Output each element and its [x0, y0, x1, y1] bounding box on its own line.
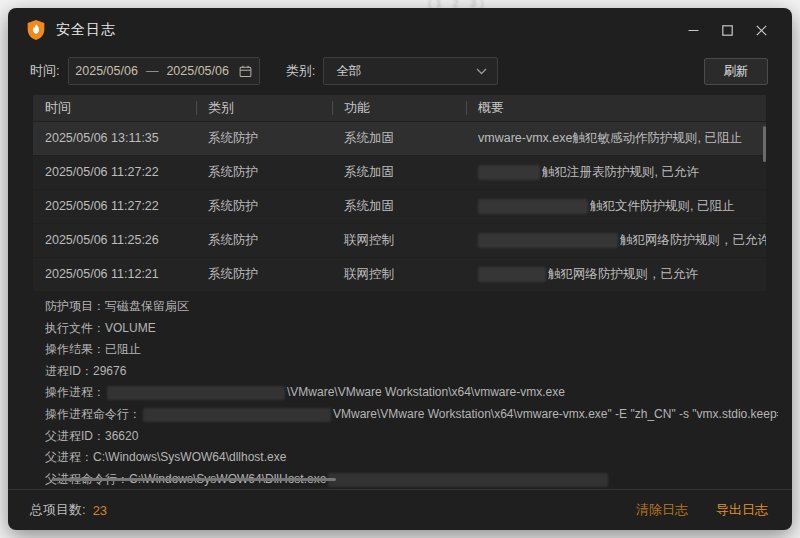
summary-text: 触犯网络防护规则，已允许: [548, 267, 698, 281]
total-count-value: 23: [93, 503, 107, 518]
maximize-button[interactable]: [710, 15, 744, 45]
category-cell: 系统防护: [196, 258, 332, 291]
summary-cell: 触犯网络防护规则，已允许: [466, 258, 766, 291]
detail-label: 进程ID：: [45, 364, 93, 378]
horizontal-scrollbar[interactable]: [52, 478, 336, 481]
function-cell: 系统加固: [332, 190, 466, 223]
column-header-category[interactable]: 类别: [196, 95, 332, 121]
time-filter-label: 时间:: [30, 62, 60, 80]
date-range-picker[interactable]: 2025/05/06 — 2025/05/06: [68, 57, 260, 85]
chevron-down-icon: [476, 68, 487, 75]
table-row[interactable]: 2025/05/06 11:27:22系统防护系统加固触犯注册表防护规则, 已允…: [33, 156, 766, 189]
detail-value: 36620: [105, 429, 138, 443]
detail-value: VOLUME: [105, 321, 156, 335]
summary-cell: vmware-vmx.exe触犯敏感动作防护规则, 已阻止: [466, 122, 766, 155]
detail-label: 执行文件：: [45, 321, 105, 335]
category-cell: 系统防护: [196, 122, 332, 155]
category-cell: 系统防护: [196, 190, 332, 223]
time-cell: 2025/05/06 11:27:22: [33, 190, 196, 223]
detail-line: 进程ID：29676: [45, 361, 778, 383]
function-cell: 联网控制: [332, 224, 466, 257]
date-start: 2025/05/06: [75, 64, 138, 78]
close-button[interactable]: [744, 15, 778, 45]
category-filter-label: 类别:: [286, 62, 316, 80]
window-title: 安全日志: [56, 21, 116, 39]
redacted-text: [107, 386, 285, 400]
redacted-text: [328, 473, 608, 487]
footer-actions: 清除日志 导出日志: [636, 501, 768, 519]
column-header-function[interactable]: 功能: [332, 95, 466, 121]
detail-line: 父进程：C:\Windows\SysWOW64\dllhost.exe: [45, 447, 778, 469]
titlebar: 安全日志: [8, 8, 792, 52]
detail-line: 操作进程：\VMware\VMware Workstation\x64\vmwa…: [45, 382, 778, 404]
detail-label: 父进程：: [45, 450, 93, 464]
category-cell: 系统防护: [196, 156, 332, 189]
redacted-text: [478, 165, 540, 180]
function-cell: 联网控制: [332, 258, 466, 291]
clear-log-button[interactable]: 清除日志: [636, 501, 688, 519]
table-row[interactable]: 2025/05/06 11:25:26系统防护联网控制触犯网络防护规则，已允许: [33, 224, 766, 257]
detail-pane: 防护项目：写磁盘保留扇区执行文件：VOLUME操作结果：已阻止进程ID：2967…: [45, 296, 778, 490]
category-cell: 系统防护: [196, 224, 332, 257]
table-row[interactable]: 2025/05/06 11:27:22系统防护系统加固触犯文件防护规则, 已阻止: [33, 190, 766, 223]
detail-label: 操作结果：: [45, 342, 105, 356]
summary-cell: 触犯文件防护规则, 已阻止: [466, 190, 766, 223]
category-select[interactable]: 全部: [323, 57, 498, 85]
date-end: 2025/05/06: [166, 64, 229, 78]
summary-cell: 触犯网络防护规则，已允许: [466, 224, 766, 257]
shield-flame-icon: [26, 19, 46, 41]
detail-value: 已阻止: [105, 342, 141, 356]
redacted-text: [143, 408, 331, 422]
detail-label: 父进程ID：: [45, 429, 105, 443]
time-cell: 2025/05/06 11:12:21: [33, 258, 196, 291]
column-header-time[interactable]: 时间: [33, 95, 196, 121]
minimize-button[interactable]: [676, 15, 710, 45]
column-header-summary[interactable]: 概要: [466, 95, 766, 121]
detail-label: 防护项目：: [45, 299, 105, 313]
security-log-window: 安全日志 时间: 2025/05/06 — 2025/05/06 类别: 全部: [8, 8, 792, 530]
filter-bar: 时间: 2025/05/06 — 2025/05/06 类别: 全部 刷新: [30, 57, 768, 85]
redacted-text: [478, 199, 588, 214]
detail-line: 防护项目：写磁盘保留扇区: [45, 296, 778, 318]
export-log-button[interactable]: 导出日志: [716, 501, 768, 519]
redacted-text: [478, 267, 546, 282]
log-table: 时间 类别 功能 概要 2025/05/06 13:11:35系统防护系统加固v…: [33, 95, 766, 291]
footer: 总项目数: 23 清除日志 导出日志: [8, 489, 792, 530]
time-cell: 2025/05/06 13:11:35: [33, 122, 196, 155]
total-count-label: 总项目数:: [30, 501, 86, 519]
table-body: 2025/05/06 13:11:35系统防护系统加固vmware-vmx.ex…: [33, 122, 766, 291]
summary-cell: 触犯注册表防护规则, 已允许: [466, 156, 766, 189]
detail-value: VMware\VMware Workstation\x64\vmware-vmx…: [333, 407, 778, 421]
detail-line: 操作结果：已阻止: [45, 339, 778, 361]
date-separator: —: [146, 64, 159, 78]
function-cell: 系统加固: [332, 122, 466, 155]
summary-text: vmware-vmx.exe触犯敏感动作防护规则, 已阻止: [478, 131, 742, 145]
function-cell: 系统加固: [332, 156, 466, 189]
detail-value: 29676: [93, 364, 126, 378]
calendar-icon: [239, 65, 252, 78]
table-header: 时间 类别 功能 概要: [33, 95, 766, 121]
detail-value: 写磁盘保留扇区: [105, 299, 189, 313]
time-cell: 2025/05/06 11:25:26: [33, 224, 196, 257]
detail-line: 执行文件：VOLUME: [45, 318, 778, 340]
vertical-scrollbar[interactable]: [763, 126, 766, 162]
detail-value: C:\Windows\SysWOW64\dllhost.exe: [93, 450, 286, 464]
detail-label: 操作进程命令行：: [45, 407, 141, 421]
time-cell: 2025/05/06 11:27:22: [33, 156, 196, 189]
category-selected-value: 全部: [336, 63, 361, 80]
summary-text: 触犯文件防护规则, 已阻止: [590, 199, 734, 213]
refresh-button[interactable]: 刷新: [704, 58, 768, 85]
table-row[interactable]: 2025/05/06 13:11:35系统防护系统加固vmware-vmx.ex…: [33, 122, 766, 155]
detail-label: 操作进程：: [45, 385, 105, 399]
summary-text: 触犯网络防护规则，已允许: [620, 233, 766, 247]
summary-text: 触犯注册表防护规则, 已允许: [542, 165, 699, 179]
detail-value: \VMware\VMware Workstation\x64\vmware-vm…: [287, 385, 565, 399]
detail-line: 父进程ID：36620: [45, 426, 778, 448]
redacted-text: [478, 233, 618, 248]
window-controls: [676, 15, 778, 45]
table-row[interactable]: 2025/05/06 11:12:21系统防护联网控制触犯网络防护规则，已允许: [33, 258, 766, 291]
detail-line: 操作进程命令行：VMware\VMware Workstation\x64\vm…: [45, 404, 778, 426]
